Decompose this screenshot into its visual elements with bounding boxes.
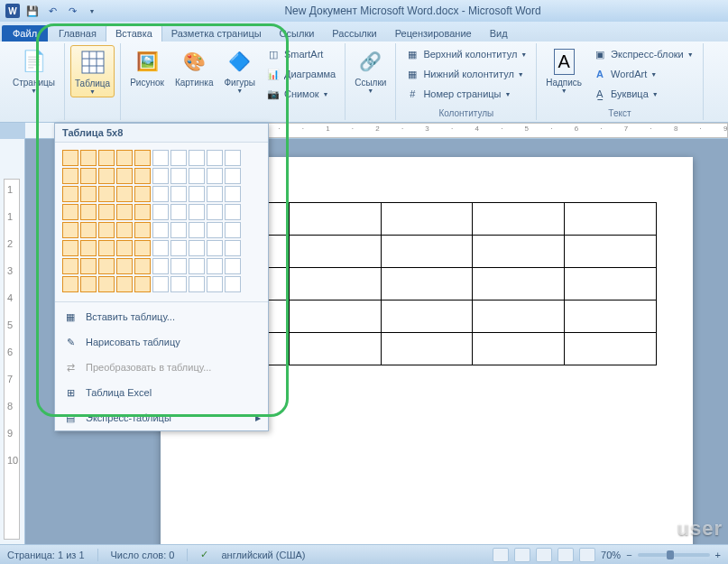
table-cell[interactable] xyxy=(565,203,657,236)
grid-cell[interactable] xyxy=(116,168,133,184)
grid-cell[interactable] xyxy=(207,150,223,166)
menu-quick[interactable]: ▤Экспресс-таблицы▶ xyxy=(55,405,268,430)
grid-cell[interactable] xyxy=(225,240,241,256)
grid-cell[interactable] xyxy=(98,276,115,292)
grid-cell[interactable] xyxy=(207,258,223,274)
grid-cell[interactable] xyxy=(152,168,169,184)
grid-cell[interactable] xyxy=(189,240,205,256)
grid-cell[interactable] xyxy=(134,186,151,202)
grid-cell[interactable] xyxy=(189,222,205,238)
grid-cell[interactable] xyxy=(207,168,223,184)
grid-cell[interactable] xyxy=(134,168,151,184)
grid-cell[interactable] xyxy=(80,258,97,274)
grid-cell[interactable] xyxy=(98,150,115,166)
grid-cell[interactable] xyxy=(134,258,151,274)
grid-cell[interactable] xyxy=(189,186,205,202)
grid-cell[interactable] xyxy=(62,240,78,256)
footer-button[interactable]: ▦Нижний колонтитул ▼ xyxy=(401,65,530,83)
grid-cell[interactable] xyxy=(134,222,151,238)
pages-button[interactable]: 📄 Страницы ▼ xyxy=(9,45,59,96)
table-cell[interactable] xyxy=(565,236,657,268)
header-button[interactable]: ▦Верхний колонтитул ▼ xyxy=(401,45,530,63)
links-button[interactable]: 🔗 Ссылки ▼ xyxy=(351,45,390,96)
grid-cell[interactable] xyxy=(134,204,151,220)
grid-cell[interactable] xyxy=(225,222,241,238)
tab-insert[interactable]: Вставка xyxy=(106,24,162,42)
grid-cell[interactable] xyxy=(207,222,223,238)
zoom-in-button[interactable]: + xyxy=(715,550,721,560)
table-cell[interactable] xyxy=(381,268,473,300)
table-cell[interactable] xyxy=(473,333,565,365)
grid-cell[interactable] xyxy=(207,204,223,220)
grid-cell[interactable] xyxy=(152,150,169,166)
status-page[interactable]: Страница: 1 из 1 xyxy=(7,550,85,560)
grid-cell[interactable] xyxy=(116,258,133,274)
grid-cell[interactable] xyxy=(80,276,97,292)
grid-cell[interactable] xyxy=(134,240,151,256)
grid-cell[interactable] xyxy=(189,258,205,274)
grid-cell[interactable] xyxy=(225,258,241,274)
shapes-button[interactable]: 🔷 Фигуры ▼ xyxy=(220,45,258,96)
ruler-vertical[interactable]: 112345678910 xyxy=(0,139,25,545)
status-language[interactable]: английский (США) xyxy=(221,550,305,560)
chart-button[interactable]: 📊Диаграмма xyxy=(263,65,339,83)
tab-file[interactable]: Файл xyxy=(2,25,48,42)
view-fullscreen[interactable] xyxy=(514,548,530,562)
grid-cell[interactable] xyxy=(116,150,133,166)
grid-cell[interactable] xyxy=(225,276,241,292)
view-outline[interactable] xyxy=(558,548,574,562)
menu-insert[interactable]: ▦Вставить таблицу... xyxy=(55,304,268,329)
grid-cell[interactable] xyxy=(152,204,169,220)
table-button[interactable]: Таблица ▼ xyxy=(70,45,115,97)
grid-cell[interactable] xyxy=(189,168,205,184)
grid-cell[interactable] xyxy=(62,222,78,238)
grid-cell[interactable] xyxy=(62,168,78,184)
grid-cell[interactable] xyxy=(62,186,78,202)
table-cell[interactable] xyxy=(289,268,381,300)
grid-cell[interactable] xyxy=(225,204,241,220)
zoom-slider[interactable] xyxy=(638,553,710,557)
textbox-button[interactable]: A Надпись ▼ xyxy=(542,45,585,96)
zoom-out-button[interactable]: − xyxy=(626,550,631,560)
proofing-icon[interactable]: ✓ xyxy=(200,549,208,560)
grid-cell[interactable] xyxy=(225,186,241,202)
grid-cell[interactable] xyxy=(207,240,223,256)
table-cell[interactable] xyxy=(565,333,657,365)
grid-cell[interactable] xyxy=(62,276,78,292)
table-cell[interactable] xyxy=(289,236,381,268)
table-cell[interactable] xyxy=(473,203,565,236)
table-cell[interactable] xyxy=(565,268,657,300)
redo-button[interactable]: ↷ xyxy=(63,2,81,20)
qat-customize[interactable]: ▼ xyxy=(83,2,101,20)
table-cell[interactable] xyxy=(381,203,473,236)
table-cell[interactable] xyxy=(289,203,381,236)
grid-cell[interactable] xyxy=(116,222,133,238)
grid-cell[interactable] xyxy=(116,276,133,292)
grid-cell[interactable] xyxy=(170,204,187,220)
grid-cell[interactable] xyxy=(80,186,97,202)
undo-button[interactable]: ↶ xyxy=(43,2,61,20)
grid-cell[interactable] xyxy=(98,222,115,238)
grid-cell[interactable] xyxy=(98,258,115,274)
tab-review[interactable]: Рецензирование xyxy=(386,25,481,42)
grid-cell[interactable] xyxy=(98,240,115,256)
menu-draw[interactable]: ✎Нарисовать таблицу xyxy=(55,329,268,355)
table-cell[interactable] xyxy=(381,236,473,268)
save-button[interactable]: 💾 xyxy=(23,2,41,20)
table-cell[interactable] xyxy=(289,333,381,365)
grid-cell[interactable] xyxy=(80,240,97,256)
quickparts-button[interactable]: ▣Экспресс-блоки ▼ xyxy=(589,45,697,63)
grid-cell[interactable] xyxy=(62,204,78,220)
tab-mailings[interactable]: Рассылки xyxy=(323,25,385,42)
grid-cell[interactable] xyxy=(189,150,205,166)
view-print-layout[interactable] xyxy=(493,548,509,562)
app-logo[interactable]: W xyxy=(4,2,22,20)
smartart-button[interactable]: ◫SmartArt xyxy=(263,45,339,63)
grid-cell[interactable] xyxy=(189,276,205,292)
grid-cell[interactable] xyxy=(207,186,223,202)
table-cell[interactable] xyxy=(473,236,565,268)
tab-view[interactable]: Вид xyxy=(481,25,517,42)
picture-button[interactable]: 🖼️ Рисунок xyxy=(126,45,168,89)
grid-cell[interactable] xyxy=(170,168,187,184)
grid-cell[interactable] xyxy=(170,186,187,202)
